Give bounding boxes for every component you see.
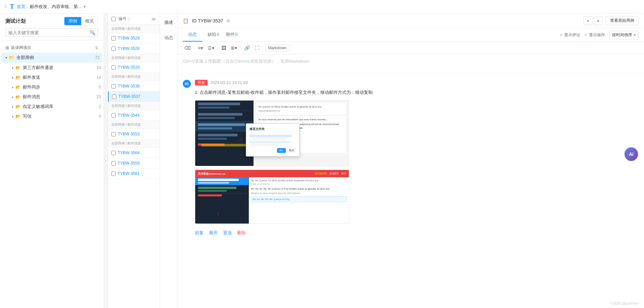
tree-child-item-write-letter[interactable]: ▸ 📂 写信 9	[7, 112, 104, 121]
check-icon-operations: ✓	[584, 33, 588, 37]
nav-down-btn[interactable]: ∨	[594, 16, 602, 25]
case-group-label-3: 全部用例 / 邮件消息	[108, 73, 160, 81]
chevron-down-icon[interactable]: ▾	[84, 4, 86, 9]
attach-badge: 0	[235, 32, 238, 37]
expand-right-icon[interactable]: ≫	[151, 16, 156, 22]
case-group-label-4: 全部用例 / 邮件消息	[108, 102, 160, 110]
expand-arrow-icon: ▸	[12, 85, 14, 89]
expand-icon[interactable]: ⛶	[253, 45, 261, 51]
tab-activity[interactable]: 动态	[183, 28, 202, 42]
ordered-list-icon[interactable]: ☰▾	[206, 45, 216, 51]
tree-child-label: 自定义敏感词库	[23, 104, 99, 110]
image-icon[interactable]: 🖼	[220, 45, 227, 51]
divider	[194, 45, 195, 51]
case-checkbox-3564[interactable]	[111, 151, 116, 155]
tree-item-all-cases[interactable]: ▾ 📁 全部用例 72	[1, 53, 102, 63]
search-input[interactable]	[8, 30, 88, 35]
case-item-3553[interactable]: TYBW-3553	[108, 129, 160, 139]
case-checkbox-3561[interactable]	[111, 172, 116, 176]
case-id-label: TYBW-3561	[118, 171, 140, 176]
eraser-icon[interactable]: ⌫	[183, 45, 192, 51]
case-checkbox-3526[interactable]	[111, 47, 116, 51]
case-item-3564[interactable]: TYBW-3564	[108, 148, 160, 158]
desc-tab-item-desc[interactable]: 描述	[163, 17, 174, 27]
case-item-3526[interactable]: TYBW-3526	[108, 44, 160, 54]
tree-child-label: 写信	[23, 113, 99, 119]
sidebar-title-row: 测试计划 用例 概览	[5, 17, 98, 25]
expand-arrow-icon: ▸	[12, 95, 14, 99]
case-checkbox-3553[interactable]	[111, 132, 116, 136]
tabs-right-options: ✓ 显示评论 ✓ 显示操作 按时间倒序 ▾	[559, 31, 639, 39]
folder-icon: 📂	[15, 65, 21, 70]
tree-child-item-mail-sync[interactable]: ▸ 📂 邮件同步 5	[7, 82, 104, 92]
tree-child-item-custom-words[interactable]: ▸ 📂 自定义敏感词库 2	[7, 102, 104, 111]
screenshot-container-2: 支持客服@larenser.us 收件箱详情 发送邮件 标记	[195, 170, 349, 224]
case-item-3538[interactable]: TYBW-3538	[108, 81, 160, 91]
expand-arrow-icon: ▸	[12, 114, 14, 119]
action-reply[interactable]: 回复	[195, 230, 204, 236]
tab-bugs[interactable]: 缺陷0	[202, 28, 221, 42]
network-icon: ⊞	[5, 45, 9, 50]
case-id-label: TYBW-3564	[118, 150, 140, 155]
editor-placeholder: Ctrl+V直接上传截图（仅在Chrome浏览器生效），支持Markdown	[183, 59, 309, 64]
col-header-id: 编号	[118, 16, 126, 22]
tab-overview[interactable]: 概览	[81, 17, 98, 25]
collapse-sidebar-btn[interactable]: ‹	[104, 13, 108, 308]
view-original-btn[interactable]: 查看原始用例	[606, 16, 639, 25]
case-checkbox-3544[interactable]	[111, 113, 116, 118]
case-id-label: TYBW-3544	[118, 113, 140, 118]
link-icon[interactable]: 🔗	[243, 45, 251, 51]
nav-up-btn[interactable]: ∧	[584, 16, 592, 25]
show-operations-option[interactable]: ✓ 显示操作	[584, 32, 605, 38]
expand-arrow-icon: ▾	[5, 56, 7, 60]
tree-child-count: 14	[97, 75, 101, 80]
markdown-btn[interactable]: Markdown	[265, 45, 289, 51]
case-checkbox-3537[interactable]	[112, 95, 116, 99]
case-item-3544[interactable]: TYBW-3544	[108, 110, 160, 121]
table-icon[interactable]: ⊞▾	[229, 45, 238, 51]
case-checkbox-3533[interactable]	[111, 65, 116, 70]
grid-icon: ⠿	[4, 4, 7, 9]
divider3	[240, 45, 241, 51]
copy-icon[interactable]: ⧉	[227, 18, 230, 23]
main-right-panel: 📋 ID TYBW-3537 ⧉ ∧ ∨ 查看原始用例 动态 缺陷0 附件0	[177, 13, 644, 308]
case-item-3533[interactable]: TYBW-3533	[108, 62, 160, 73]
desc-tab-item-activity[interactable]: 动态	[163, 33, 174, 43]
tab-attachments[interactable]: 附件0	[221, 28, 239, 42]
tab-cases[interactable]: 用例	[64, 17, 81, 25]
check-icon-comments: ✓	[559, 33, 563, 37]
tree-child-item-third-party[interactable]: ▸ 📂 第三方邮件通道 19	[7, 63, 104, 72]
case-checkbox-3538[interactable]	[111, 84, 116, 88]
case-group-label: 全部用例 / 邮件消息	[108, 25, 160, 33]
case-item-3537[interactable]: TYBW-3537	[108, 91, 160, 102]
file-icon: 📋	[183, 18, 189, 23]
select-all-checkbox[interactable]	[111, 17, 116, 21]
tree-child-label: 第三方邮件通道	[23, 65, 97, 71]
divider2	[218, 45, 218, 51]
tree-child-label: 邮件消息	[23, 94, 97, 100]
tree-child-item-mail-send[interactable]: ▸ 📂 邮件发送 14	[7, 73, 104, 82]
folder-icon: 📂	[15, 104, 21, 109]
sort-icon[interactable]: ↕	[128, 17, 130, 21]
expand-arrow-icon: ▸	[12, 75, 14, 80]
editor-area[interactable]: Ctrl+V直接上传截图（仅在Chrome浏览器生效），支持Markdown	[177, 54, 644, 74]
case-item-3561[interactable]: TYBW-3561	[108, 169, 160, 179]
tree-child-count: 23	[97, 95, 101, 99]
action-pin[interactable]: 置顶	[223, 230, 232, 236]
tree-child-item-mail-msg[interactable]: ▸ 📂 邮件消息 23	[7, 92, 104, 102]
list-icon[interactable]: ≡▾	[197, 45, 204, 51]
tabs-row: 动态 缺陷0 附件0 ✓ 显示评论 ✓ 显示操作	[177, 28, 644, 42]
search-icon: 🔍	[90, 30, 95, 35]
sort-dropdown[interactable]: 按时间倒序 ▾	[609, 31, 639, 39]
activity-number-badge: 01	[183, 80, 191, 88]
show-comments-option[interactable]: ✓ 显示评论	[559, 32, 580, 38]
case-id-display: ID TYBW-3537	[192, 18, 223, 23]
breadcrumb-home[interactable]: 首页	[17, 4, 25, 10]
global-avatar[interactable]: Ai	[624, 147, 639, 162]
case-checkbox-3559[interactable]	[111, 161, 116, 166]
case-item-3559[interactable]: TYBW-3559	[108, 158, 160, 169]
case-item-3529[interactable]: TYBW-3529	[108, 33, 160, 44]
action-expand[interactable]: 展开	[209, 230, 218, 236]
action-delete[interactable]: 删除	[237, 230, 246, 236]
case-checkbox-3529[interactable]	[111, 36, 116, 41]
